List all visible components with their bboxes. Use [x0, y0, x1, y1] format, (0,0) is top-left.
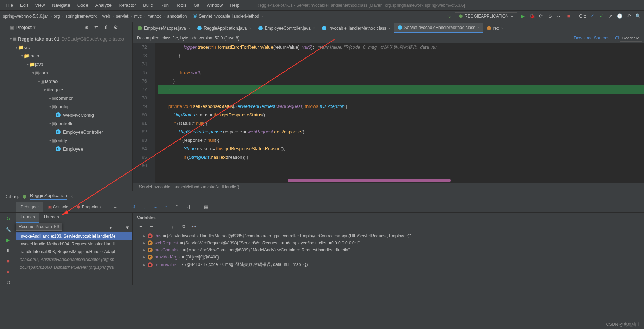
attach-icon[interactable]: ⋯ [556, 13, 563, 19]
git-history-icon[interactable]: 🕐 [616, 13, 623, 19]
next-frame-icon[interactable]: ↓ [120, 225, 123, 230]
rerun-icon[interactable]: ↻ [5, 215, 11, 222]
trace-icon[interactable]: ⋯ [214, 204, 220, 210]
breadcrumb-item[interactable]: annotation [167, 14, 187, 19]
project-tree[interactable]: ▾▣ Reggie-take-out-01 D:\Study\GitCode\r… [6, 33, 132, 191]
tree-row[interactable]: ▾▣entity [6, 136, 132, 145]
expand-icon[interactable]: ⇄ [93, 24, 99, 31]
tree-row[interactable]: ▾▣com [6, 68, 132, 77]
revert-icon[interactable]: ↶ [626, 13, 632, 19]
run-to-cursor-icon[interactable]: →| [184, 204, 190, 210]
chevron-down-icon[interactable]: ▾ [33, 25, 36, 30]
glasses-icon[interactable]: 👓 [191, 223, 197, 230]
prev-frame-icon[interactable]: ↑ [115, 225, 117, 230]
menu-build[interactable]: Build [140, 2, 156, 8]
project-title[interactable]: Project [16, 25, 32, 30]
menu-help[interactable]: Help [227, 2, 242, 8]
frame-item[interactable]: invokeHandlerMethod:894, RequestMappingH… [16, 240, 132, 248]
coverage-icon[interactable]: ⟳ [538, 13, 544, 19]
evaluate-icon[interactable]: ▦ [203, 204, 209, 210]
breadcrumb-item[interactable]: web [102, 14, 110, 19]
menu-navigate[interactable]: Navigate [49, 2, 73, 8]
tool-window-strip-left[interactable] [0, 22, 6, 191]
hide-icon[interactable]: — [123, 24, 129, 31]
editor-tab[interactable]: rec× [483, 24, 507, 33]
frame-item[interactable]: handleInternal:808, RequestMappingHandle… [16, 248, 132, 256]
wrench-icon[interactable]: 🔧 [5, 226, 11, 232]
menu-edit[interactable]: Edit [17, 2, 31, 8]
editor-tab[interactable]: EmployeeController.java× [255, 24, 319, 33]
close-icon[interactable]: × [249, 26, 251, 30]
force-step-into-icon[interactable]: ⇊ [152, 204, 159, 210]
editor-tab[interactable]: ReggieApplication.java× [194, 24, 255, 33]
breadcrumb-item[interactable]: method [147, 14, 161, 19]
frame-list[interactable]: invokeAndHandle:133, ServletInvocableHan… [16, 232, 132, 271]
endpoints-tab[interactable]: ⬢Endpoints [73, 202, 105, 212]
debugger-tab[interactable]: Debugger [16, 202, 43, 212]
editor-tab[interactable]: ServletInvocableHandlerMethod.class× [394, 23, 483, 33]
editor-tab[interactable]: EmployeeMapper.java× [134, 24, 194, 33]
menu-run[interactable]: Run [157, 2, 172, 8]
tree-root[interactable]: ▾▣ Reggie-take-out-01 D:\Study\GitCode\r… [6, 35, 132, 43]
menu-refactor[interactable]: Refactor [116, 2, 139, 8]
console-tab[interactable]: ▣Console [43, 202, 73, 212]
tree-row[interactable]: ▾📁main [6, 51, 132, 60]
menu-window[interactable]: Window [204, 2, 226, 8]
editor-breadcrumb[interactable]: ServletInvocableHandlerMethod › invokeAn… [133, 183, 644, 191]
tree-row[interactable]: ▾📁src [6, 43, 132, 51]
view-breakpoints-icon[interactable]: ● [5, 268, 11, 275]
reader-mode-button[interactable]: Reader M [620, 35, 642, 42]
gear-icon[interactable]: ⚙ [113, 24, 119, 31]
copy-icon[interactable]: ⧉ [180, 223, 186, 230]
debug-session[interactable]: ReggieApplication [30, 193, 67, 200]
close-icon[interactable]: × [71, 194, 73, 199]
step-over-icon[interactable]: ⤵ [131, 204, 137, 210]
download-sources-link[interactable]: Download Sources [574, 36, 609, 41]
resume-icon[interactable]: ▶ [5, 237, 11, 243]
code-content[interactable]: logger.trace(this.formatErrorForReturnVa… [155, 43, 644, 183]
close-icon[interactable]: × [188, 26, 190, 30]
step-into-icon[interactable]: ↓ [142, 204, 148, 210]
run-icon[interactable]: ▶ [520, 13, 526, 19]
menu-view[interactable]: View [32, 2, 48, 8]
add-watch-icon[interactable]: + [138, 223, 144, 230]
editor-tab[interactable]: InvocableHandlerMethod.class× [318, 24, 394, 33]
filter-icon[interactable]: ▼ [125, 225, 130, 230]
stop-icon[interactable]: ■ [5, 258, 11, 264]
profile-icon[interactable]: ⊙ [547, 13, 554, 19]
down-icon[interactable]: ↓ [169, 223, 176, 230]
threads-tab[interactable]: Threads [39, 213, 63, 223]
frame-item[interactable]: doDispatch:1060, DispatcherServlet (org.… [16, 263, 132, 271]
menu-code[interactable]: Code [74, 2, 91, 8]
tree-row[interactable]: ▸▣common [6, 94, 132, 102]
tree-row[interactable]: ▾▣taotao [6, 77, 132, 85]
breadcrumb-item[interactable]: spring-webmvc-5.3.6.jar [3, 14, 48, 19]
run-configuration[interactable]: ⬢ REGGIEAPPLICATION ▾ [455, 12, 517, 20]
breadcrumb-item[interactable]: org [54, 14, 60, 19]
show-execution-icon[interactable]: ≡ [112, 204, 118, 210]
breadcrumb-item[interactable]: ServletInvocableHandlerMethod [199, 14, 260, 19]
variable-row[interactable]: ▸PmavContainer = {ModelAndViewContainer@… [137, 246, 640, 254]
tree-row[interactable]: ▾▣controller [6, 119, 132, 128]
breadcrumb-item[interactable]: mvc [134, 14, 142, 19]
tree-row[interactable]: CEmployee [6, 145, 132, 153]
remove-watch-icon[interactable]: − [148, 223, 155, 230]
menu-analyze[interactable]: Analyze [93, 2, 114, 8]
search-icon[interactable]: 🔍 [635, 13, 641, 19]
pause-icon[interactable]: ⏸ [5, 247, 11, 254]
variable-row[interactable]: ▸oreturnValue = {R@8410} "R(code=0, msg=… [137, 261, 640, 269]
menu-tools[interactable]: Tools [173, 2, 189, 8]
tree-row[interactable]: CWebMvcConfig [6, 111, 132, 119]
code-editor[interactable]: 727374757677787980818283848586 logger.tr… [133, 43, 644, 183]
close-icon[interactable]: × [477, 25, 479, 30]
hammer-icon[interactable]: ↘ [446, 13, 452, 19]
tree-row[interactable]: ▾📁java [6, 60, 132, 68]
mute-breakpoints-icon[interactable]: ⊘ [5, 279, 11, 285]
close-icon[interactable]: × [313, 26, 315, 30]
git-commit-icon[interactable]: ✓ [598, 13, 604, 19]
menu-git[interactable]: Git [191, 2, 202, 8]
select-opened-icon[interactable]: ⊕ [83, 24, 89, 31]
menu-file[interactable]: File [3, 2, 16, 8]
horizontal-scrollbar[interactable] [154, 179, 454, 183]
frames-tab[interactable]: Frames [16, 213, 39, 223]
